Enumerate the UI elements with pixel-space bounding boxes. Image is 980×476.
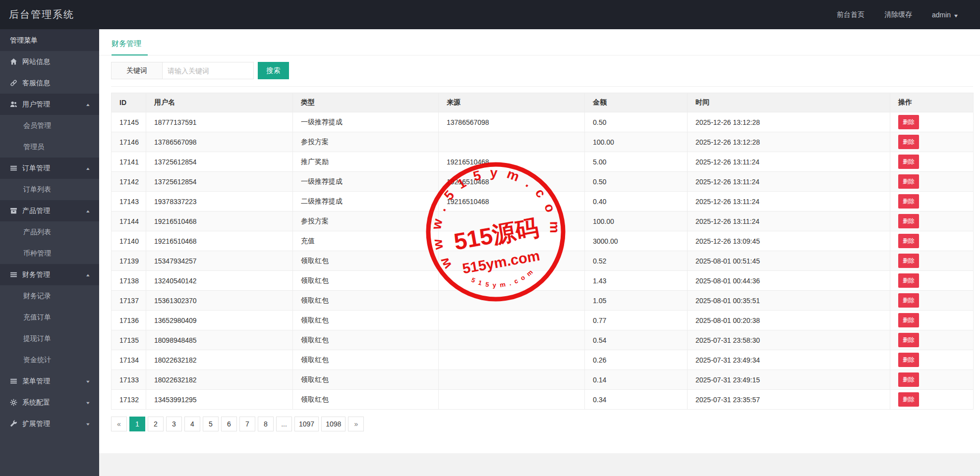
- sidebar-subitem[interactable]: 币种管理: [0, 243, 99, 264]
- nav-clear-cache[interactable]: 清除缓存: [884, 10, 912, 19]
- table-cell: 17136: [112, 311, 146, 330]
- link-icon: [10, 79, 17, 87]
- delete-button[interactable]: 删除: [898, 135, 919, 149]
- page-number[interactable]: 1097: [294, 417, 319, 431]
- delete-button[interactable]: 删除: [898, 155, 919, 169]
- sidebar-item-label: 扩展管理: [22, 420, 50, 428]
- caret-down-icon: ▼: [85, 379, 91, 383]
- table-cell: 13725612854: [146, 152, 293, 172]
- sidebar-item[interactable]: 扩展管理▼: [0, 413, 99, 434]
- page-next[interactable]: »: [348, 417, 364, 431]
- table-cell: 2025-07-31 23:49:15: [688, 370, 890, 390]
- table-cell: 5.00: [585, 152, 688, 172]
- sidebar-item[interactable]: 客服信息: [0, 72, 99, 94]
- page-number[interactable]: 2: [148, 417, 164, 431]
- delete-button[interactable]: 删除: [898, 254, 919, 268]
- sidebar-item[interactable]: 系统配置▼: [0, 392, 99, 413]
- sidebar-subitem[interactable]: 充值订单: [0, 307, 99, 328]
- page-number[interactable]: 1098: [321, 417, 346, 431]
- table-cell: 18098948485: [146, 330, 293, 350]
- delete-button[interactable]: 删除: [898, 234, 919, 248]
- box-icon: [10, 207, 17, 214]
- delete-button[interactable]: 删除: [898, 392, 919, 407]
- page-number[interactable]: 4: [184, 417, 200, 431]
- column-header: 时间: [688, 93, 890, 112]
- sidebar-item[interactable]: 产品管理▲: [0, 200, 99, 221]
- sidebar-item-label: 客服信息: [22, 79, 50, 88]
- page-number[interactable]: 8: [258, 417, 274, 431]
- table-cell: [439, 212, 585, 231]
- column-header: 操作: [890, 93, 974, 112]
- table-row: 1713915347934257领取红包0.522025-08-01 00:51…: [112, 251, 974, 271]
- sidebar-subitem[interactable]: 财务记录: [0, 285, 99, 307]
- table-cell: 领取红包: [293, 350, 439, 370]
- table-cell: 领取红包: [293, 390, 439, 410]
- app-title: 后台管理系统: [0, 8, 99, 21]
- sidebar-subitem-label: 提现订单: [23, 334, 51, 343]
- table-row: 1713715361302370领取红包1.052025-08-01 00:35…: [112, 291, 974, 311]
- table-cell: 100.00: [585, 132, 688, 152]
- sidebar-item[interactable]: 网站信息: [0, 51, 99, 72]
- sidebar-subitem[interactable]: 管理员: [0, 136, 99, 158]
- caret-down-icon: ▼: [85, 422, 91, 426]
- tab-finance[interactable]: 财务管理: [112, 39, 148, 55]
- table-cell: 0.77: [585, 311, 688, 330]
- delete-button[interactable]: 删除: [898, 273, 919, 288]
- delete-button[interactable]: 删除: [898, 174, 919, 189]
- delete-button[interactable]: 删除: [898, 214, 919, 228]
- table-row: 1714613786567098参投方案100.002025-12-26 13:…: [112, 132, 974, 152]
- sidebar-item[interactable]: 用户管理▲: [0, 94, 99, 115]
- caret-up-icon: ▲: [85, 166, 91, 170]
- sidebar-item[interactable]: 订单管理▲: [0, 158, 99, 179]
- search-input[interactable]: [163, 62, 254, 79]
- sidebar-item[interactable]: 菜单管理▼: [0, 370, 99, 392]
- page-number[interactable]: 5: [203, 417, 219, 431]
- sidebar-item[interactable]: 财务管理▲: [0, 264, 99, 285]
- keyword-label: 关键词: [111, 62, 163, 79]
- user-menu[interactable]: admin▼: [932, 11, 958, 19]
- table-row: 1713318022632182领取红包0.142025-07-31 23:49…: [112, 370, 974, 390]
- page-prev[interactable]: «: [111, 417, 127, 431]
- table-cell: 17137: [112, 291, 146, 311]
- finance-table: ID用户名类型来源金额时间操作 1714518777137591一级推荐提成13…: [111, 93, 974, 410]
- sidebar-subitem[interactable]: 产品列表: [0, 221, 99, 243]
- home-icon: [10, 58, 17, 65]
- sidebar-subitem-label: 管理员: [23, 143, 44, 152]
- nav-front-home[interactable]: 前台首页: [837, 10, 865, 19]
- delete-button[interactable]: 删除: [898, 333, 919, 347]
- action-cell: 删除: [890, 112, 974, 132]
- page-number[interactable]: 7: [239, 417, 255, 431]
- sidebar-subitem[interactable]: 提现订单: [0, 328, 99, 349]
- table-cell: 领取红包: [293, 291, 439, 311]
- column-header: 金额: [585, 93, 688, 112]
- action-cell: 删除: [890, 212, 974, 231]
- search-button[interactable]: 搜索: [258, 62, 289, 79]
- sidebar-subitem[interactable]: 订单列表: [0, 179, 99, 200]
- delete-button[interactable]: 删除: [898, 293, 919, 308]
- table-cell: 17139: [112, 251, 146, 271]
- content-card: 财务管理 关键词 搜索 ID用户名类型来源金额时间操作 171451877713…: [99, 29, 980, 453]
- table-cell: 1.43: [585, 271, 688, 291]
- table-row: 1714319378337223二级推荐提成192165104680.40202…: [112, 192, 974, 212]
- page-number[interactable]: 3: [166, 417, 182, 431]
- delete-button[interactable]: 删除: [898, 313, 919, 327]
- table-cell: 2025-12-26 13:12:28: [688, 132, 890, 152]
- users-icon: [10, 101, 17, 108]
- delete-button[interactable]: 删除: [898, 194, 919, 209]
- table-cell: [439, 311, 585, 330]
- page-number[interactable]: 1: [129, 417, 145, 431]
- table-cell: 一级推荐提成: [293, 112, 439, 132]
- wrench-icon: [10, 420, 17, 427]
- sidebar-subitem[interactable]: 会员管理: [0, 115, 99, 136]
- page-ellipsis: ...: [276, 417, 292, 431]
- page-number[interactable]: 6: [221, 417, 237, 431]
- table-cell: 0.40: [585, 192, 688, 212]
- delete-button[interactable]: 删除: [898, 372, 919, 387]
- table-cell: 17134: [112, 350, 146, 370]
- delete-button[interactable]: 删除: [898, 115, 919, 129]
- delete-button[interactable]: 删除: [898, 353, 919, 367]
- sidebar-subitem[interactable]: 资金统计: [0, 349, 99, 370]
- table-cell: 13725612854: [146, 172, 293, 192]
- sidebar-item-label: 产品管理: [22, 207, 50, 215]
- table-cell: 19378337223: [146, 192, 293, 212]
